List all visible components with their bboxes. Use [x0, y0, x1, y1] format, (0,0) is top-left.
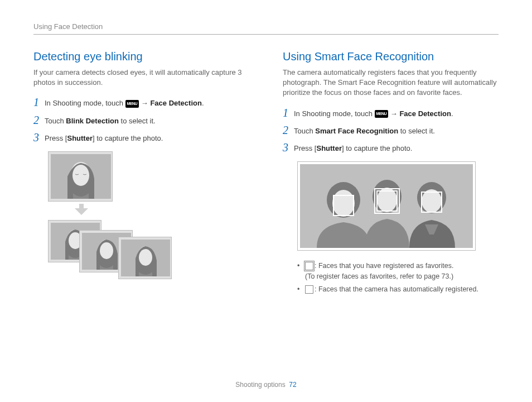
single-frame-icon — [305, 285, 313, 294]
right-column: Using Smart Face Recognition The camera … — [283, 50, 499, 296]
step-number: 3 — [33, 132, 45, 143]
right-intro: The camera automatically registers faces… — [283, 68, 499, 98]
left-intro: If your camera detects closed eyes, it w… — [33, 68, 249, 88]
photo-closed-eyes — [48, 151, 113, 202]
step-number: 1 — [33, 97, 45, 108]
left-step-2: 2 Touch Blink Detection to select it. — [33, 114, 249, 126]
photo-cascade — [48, 220, 193, 287]
left-step-3: 3 Press [Shutter] to capture the photo. — [33, 132, 249, 143]
step-text: Press [Shutter] to capture the photo. — [45, 132, 163, 143]
step-number: 3 — [283, 142, 294, 153]
step-text: Touch Smart Face Recognition to select i… — [294, 125, 435, 136]
svg-point-1 — [72, 165, 89, 186]
page-footer: Shooting options 72 — [0, 381, 532, 389]
step-number: 2 — [283, 125, 294, 136]
right-step-1: 1 In Shooting mode, touch MENU → Face De… — [283, 107, 499, 119]
bullet-favorites: • : Faces that you have registered as fa… — [297, 261, 499, 282]
step-text: In Shooting mode, touch MENU → Face Dete… — [45, 97, 204, 108]
double-frame-icon — [305, 262, 313, 270]
step-text: Press [Shutter] to capture the photo. — [294, 142, 412, 154]
cascade-photo-3 — [118, 237, 172, 279]
page-header: Using Face Detection — [33, 22, 499, 35]
svg-point-13 — [422, 189, 442, 213]
step-number: 2 — [33, 114, 45, 126]
footer-page-number: 72 — [289, 381, 296, 389]
bullet-list: • : Faces that you have registered as fa… — [297, 261, 499, 294]
svg-point-9 — [332, 190, 355, 217]
blink-illustration — [48, 151, 193, 287]
right-step-3: 3 Press [Shutter] to capture the photo. — [283, 142, 499, 154]
content-columns: Detecting eye blinking If your camera de… — [33, 50, 499, 296]
left-column: Detecting eye blinking If your camera de… — [33, 50, 249, 296]
right-step-2: 2 Touch Smart Face Recognition to select… — [283, 125, 499, 136]
right-title: Using Smart Face Recognition — [283, 50, 499, 63]
menu-icon: MENU — [125, 100, 139, 108]
menu-icon: MENU — [375, 110, 389, 118]
bullet-auto: • : Faces that the camera has automatica… — [297, 284, 499, 295]
step-number: 1 — [283, 107, 294, 118]
svg-point-5 — [100, 242, 113, 259]
left-step-1: 1 In Shooting mode, touch MENU → Face De… — [33, 97, 249, 108]
group-illustration — [297, 161, 476, 251]
down-arrow-icon — [70, 204, 93, 218]
left-title: Detecting eye blinking — [33, 50, 249, 63]
footer-section: Shooting options — [235, 381, 285, 389]
step-text: In Shooting mode, touch MENU → Face Dete… — [294, 107, 453, 119]
step-text: Touch Blink Detection to select it. — [45, 114, 156, 126]
svg-point-7 — [139, 249, 152, 266]
